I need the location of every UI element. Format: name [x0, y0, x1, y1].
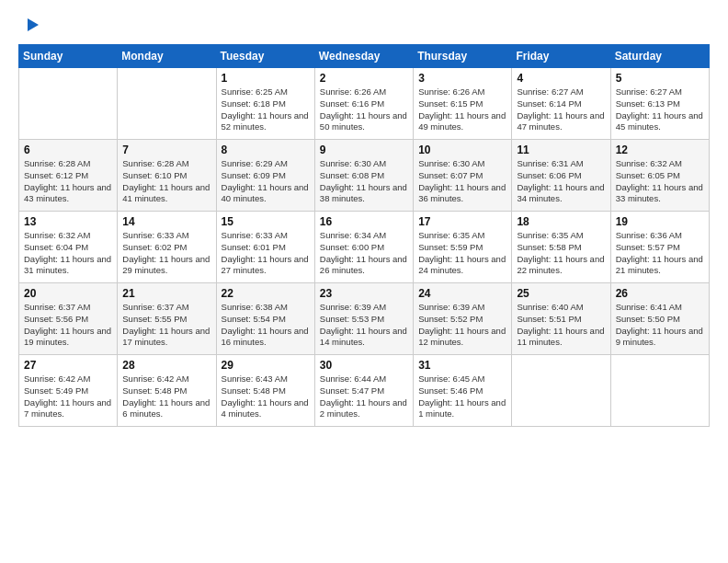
- calendar-cell: 21Sunrise: 6:37 AM Sunset: 5:55 PM Dayli…: [118, 283, 216, 355]
- calendar-cell: 8Sunrise: 6:29 AM Sunset: 6:09 PM Daylig…: [216, 140, 314, 212]
- calendar-cell: 3Sunrise: 6:26 AM Sunset: 6:15 PM Daylig…: [414, 68, 512, 140]
- day-number: 6: [24, 144, 112, 156]
- day-number: 30: [320, 359, 408, 372]
- day-number: 29: [222, 359, 310, 372]
- day-info: Sunrise: 6:42 AM Sunset: 5:48 PM Dayligh…: [122, 373, 210, 420]
- calendar-week-row-2: 13Sunrise: 6:32 AM Sunset: 6:04 PM Dayli…: [19, 212, 710, 283]
- day-number: 12: [616, 144, 704, 156]
- day-info: Sunrise: 6:45 AM Sunset: 5:46 PM Dayligh…: [418, 373, 506, 420]
- day-number: 9: [320, 144, 408, 156]
- calendar-header-thursday: Thursday: [414, 45, 512, 68]
- day-number: 14: [122, 215, 210, 228]
- day-number: 5: [616, 72, 704, 85]
- day-info: Sunrise: 6:39 AM Sunset: 5:53 PM Dayligh…: [320, 302, 408, 349]
- day-info: Sunrise: 6:29 AM Sunset: 6:09 PM Dayligh…: [222, 158, 310, 205]
- day-info: Sunrise: 6:39 AM Sunset: 5:52 PM Dayligh…: [418, 302, 506, 349]
- day-number: 26: [616, 287, 704, 300]
- day-info: Sunrise: 6:31 AM Sunset: 6:06 PM Dayligh…: [517, 158, 605, 205]
- calendar-cell: 18Sunrise: 6:35 AM Sunset: 5:58 PM Dayli…: [512, 212, 610, 283]
- calendar-cell: 31Sunrise: 6:45 AM Sunset: 5:46 PM Dayli…: [414, 355, 512, 427]
- calendar-cell: 13Sunrise: 6:32 AM Sunset: 6:04 PM Dayli…: [19, 212, 118, 283]
- day-number: 21: [122, 287, 210, 300]
- calendar-cell: 15Sunrise: 6:33 AM Sunset: 6:01 PM Dayli…: [216, 212, 314, 283]
- calendar-cell: 7Sunrise: 6:28 AM Sunset: 6:10 PM Daylig…: [118, 140, 216, 212]
- day-info: Sunrise: 6:32 AM Sunset: 6:04 PM Dayligh…: [24, 230, 112, 277]
- calendar-header-monday: Monday: [118, 45, 216, 68]
- calendar-cell: 28Sunrise: 6:42 AM Sunset: 5:48 PM Dayli…: [118, 355, 216, 427]
- calendar-cell: 10Sunrise: 6:30 AM Sunset: 6:07 PM Dayli…: [414, 140, 512, 212]
- logo-icon: [20, 15, 40, 35]
- calendar-cell: [610, 355, 709, 427]
- calendar-header-friday: Friday: [512, 45, 610, 68]
- calendar-cell: 19Sunrise: 6:36 AM Sunset: 5:57 PM Dayli…: [610, 212, 709, 283]
- calendar-week-row-3: 20Sunrise: 6:37 AM Sunset: 5:56 PM Dayli…: [19, 283, 710, 355]
- day-number: 11: [517, 144, 605, 156]
- day-number: 28: [122, 359, 210, 372]
- calendar-header-saturday: Saturday: [610, 45, 709, 68]
- day-info: Sunrise: 6:30 AM Sunset: 6:08 PM Dayligh…: [320, 158, 408, 205]
- day-info: Sunrise: 6:25 AM Sunset: 6:18 PM Dayligh…: [222, 86, 310, 133]
- day-info: Sunrise: 6:41 AM Sunset: 5:50 PM Dayligh…: [616, 302, 704, 349]
- calendar-header-tuesday: Tuesday: [216, 45, 314, 68]
- day-info: Sunrise: 6:33 AM Sunset: 6:01 PM Dayligh…: [222, 230, 310, 277]
- calendar-cell: 23Sunrise: 6:39 AM Sunset: 5:53 PM Dayli…: [314, 283, 413, 355]
- day-number: 17: [418, 215, 506, 228]
- day-number: 20: [24, 287, 112, 300]
- day-info: Sunrise: 6:27 AM Sunset: 6:14 PM Dayligh…: [517, 86, 605, 133]
- calendar-cell: [512, 355, 610, 427]
- day-info: Sunrise: 6:26 AM Sunset: 6:15 PM Dayligh…: [418, 86, 506, 133]
- day-number: 7: [122, 144, 210, 156]
- calendar-cell: 9Sunrise: 6:30 AM Sunset: 6:08 PM Daylig…: [314, 140, 413, 212]
- day-info: Sunrise: 6:43 AM Sunset: 5:48 PM Dayligh…: [222, 373, 310, 420]
- day-info: Sunrise: 6:27 AM Sunset: 6:13 PM Dayligh…: [616, 86, 704, 133]
- day-number: 19: [616, 215, 704, 228]
- day-info: Sunrise: 6:35 AM Sunset: 5:59 PM Dayligh…: [418, 230, 506, 277]
- day-info: Sunrise: 6:37 AM Sunset: 5:55 PM Dayligh…: [122, 302, 210, 349]
- day-info: Sunrise: 6:28 AM Sunset: 6:12 PM Dayligh…: [24, 158, 112, 205]
- day-number: 16: [320, 215, 408, 228]
- calendar-cell: [19, 68, 118, 140]
- day-info: Sunrise: 6:32 AM Sunset: 6:05 PM Dayligh…: [616, 158, 704, 205]
- calendar-cell: 29Sunrise: 6:43 AM Sunset: 5:48 PM Dayli…: [216, 355, 314, 427]
- calendar-cell: 17Sunrise: 6:35 AM Sunset: 5:59 PM Dayli…: [414, 212, 512, 283]
- day-info: Sunrise: 6:30 AM Sunset: 6:07 PM Dayligh…: [418, 158, 506, 205]
- page: SundayMondayTuesdayWednesdayThursdayFrid…: [0, 0, 728, 563]
- day-number: 1: [222, 72, 310, 85]
- day-info: Sunrise: 6:40 AM Sunset: 5:51 PM Dayligh…: [517, 302, 605, 349]
- day-number: 10: [418, 144, 506, 156]
- day-number: 22: [222, 287, 310, 300]
- day-info: Sunrise: 6:34 AM Sunset: 6:00 PM Dayligh…: [320, 230, 408, 277]
- svg-marker-0: [28, 18, 39, 31]
- day-number: 31: [418, 359, 506, 372]
- logo: [18, 15, 40, 35]
- calendar-header-wednesday: Wednesday: [314, 45, 413, 68]
- day-number: 23: [320, 287, 408, 300]
- calendar-cell: 30Sunrise: 6:44 AM Sunset: 5:47 PM Dayli…: [314, 355, 413, 427]
- day-number: 8: [222, 144, 310, 156]
- calendar-week-row-0: 1Sunrise: 6:25 AM Sunset: 6:18 PM Daylig…: [19, 68, 710, 140]
- day-info: Sunrise: 6:44 AM Sunset: 5:47 PM Dayligh…: [320, 373, 408, 420]
- day-number: 25: [517, 287, 605, 300]
- calendar-cell: 14Sunrise: 6:33 AM Sunset: 6:02 PM Dayli…: [118, 212, 216, 283]
- day-number: 4: [517, 72, 605, 85]
- calendar-cell: 11Sunrise: 6:31 AM Sunset: 6:06 PM Dayli…: [512, 140, 610, 212]
- header: [18, 15, 710, 35]
- day-number: 27: [24, 359, 112, 372]
- calendar-cell: 1Sunrise: 6:25 AM Sunset: 6:18 PM Daylig…: [216, 68, 314, 140]
- day-info: Sunrise: 6:28 AM Sunset: 6:10 PM Dayligh…: [122, 158, 210, 205]
- calendar-header-sunday: Sunday: [19, 45, 118, 68]
- calendar-cell: 5Sunrise: 6:27 AM Sunset: 6:13 PM Daylig…: [610, 68, 709, 140]
- calendar-cell: 12Sunrise: 6:32 AM Sunset: 6:05 PM Dayli…: [610, 140, 709, 212]
- calendar-cell: 2Sunrise: 6:26 AM Sunset: 6:16 PM Daylig…: [314, 68, 413, 140]
- calendar-week-row-4: 27Sunrise: 6:42 AM Sunset: 5:49 PM Dayli…: [19, 355, 710, 427]
- day-number: 2: [320, 72, 408, 85]
- calendar-cell: 6Sunrise: 6:28 AM Sunset: 6:12 PM Daylig…: [19, 140, 118, 212]
- day-number: 13: [24, 215, 112, 228]
- day-number: 15: [222, 215, 310, 228]
- calendar-cell: [118, 68, 216, 140]
- calendar-cell: 27Sunrise: 6:42 AM Sunset: 5:49 PM Dayli…: [19, 355, 118, 427]
- day-number: 24: [418, 287, 506, 300]
- day-number: 18: [517, 215, 605, 228]
- day-info: Sunrise: 6:33 AM Sunset: 6:02 PM Dayligh…: [122, 230, 210, 277]
- calendar-cell: 24Sunrise: 6:39 AM Sunset: 5:52 PM Dayli…: [414, 283, 512, 355]
